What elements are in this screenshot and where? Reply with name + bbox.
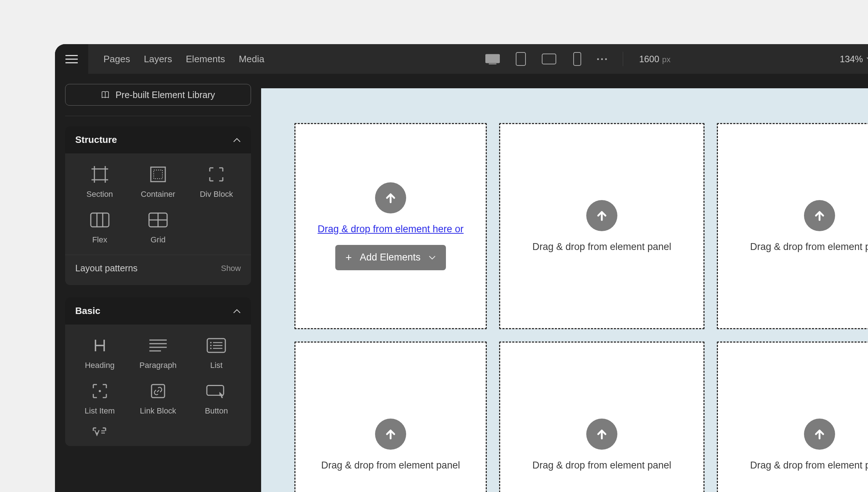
dropzone[interactable]: Drag & drop from element panel [499, 123, 705, 329]
flex-icon [90, 210, 110, 230]
element-heading[interactable]: Heading [72, 335, 127, 370]
device-switcher: 1600 px [484, 51, 671, 67]
dropzone[interactable]: Drag & drop from element panel [717, 342, 868, 492]
panel-structure-header[interactable]: Structure [65, 126, 251, 153]
element-paragraph[interactable]: Paragraph [131, 335, 185, 370]
tab-pages[interactable]: Pages [103, 54, 130, 65]
list-icon [206, 335, 226, 356]
dropzone-text: Drag & drop from element panel [532, 241, 671, 253]
container-icon [148, 164, 168, 184]
layout-patterns-row[interactable]: Layout patterns Show [65, 255, 251, 281]
panel-structure: Structure Section Container [65, 126, 251, 285]
divider [623, 52, 623, 66]
dropzone-text: Drag & drop from element panel [750, 460, 868, 471]
element-link-block[interactable]: Link Block [131, 381, 185, 416]
upload-icon [586, 419, 617, 450]
more-devices-button[interactable] [597, 58, 607, 60]
element-label: Flex [92, 235, 107, 245]
panel-basic: Basic Heading Paragraph [65, 297, 251, 446]
upload-icon [375, 182, 406, 213]
tab-layers[interactable]: Layers [144, 54, 172, 65]
plus-icon: + [345, 251, 352, 264]
chevron-down-icon [429, 255, 436, 260]
element-label: Grid [150, 235, 166, 245]
upload-icon [375, 419, 406, 450]
add-elements-button[interactable]: + Add Elements [335, 245, 446, 270]
element-grid[interactable]: Grid [131, 210, 185, 245]
svg-rect-5 [151, 167, 165, 182]
svg-rect-0 [485, 54, 500, 63]
element-library-button[interactable]: Pre-built Element Library [65, 84, 251, 106]
section-icon [90, 164, 110, 184]
panel-structure-title: Structure [75, 134, 117, 145]
book-icon [101, 90, 110, 99]
device-tablet-portrait[interactable] [512, 51, 529, 67]
device-mobile[interactable] [569, 51, 586, 67]
elements-sidebar: Pre-built Element Library Structure Sect… [55, 74, 261, 492]
element-button[interactable]: Button [189, 381, 244, 416]
svg-rect-6 [154, 170, 162, 179]
element-label: Button [205, 406, 228, 416]
tab-media[interactable]: Media [239, 54, 264, 65]
list-item-icon [90, 381, 110, 401]
grid-icon [148, 210, 168, 230]
element-flex[interactable]: Flex [72, 210, 127, 245]
svg-rect-7 [91, 213, 109, 227]
add-elements-label: Add Elements [360, 252, 421, 263]
nav-tabs: Pages Layers Elements Media [103, 54, 264, 65]
upload-icon [804, 419, 835, 450]
element-label: List Item [85, 406, 115, 416]
text-icon [90, 422, 110, 442]
element-list-item[interactable]: List Item [72, 381, 127, 416]
chevron-up-icon [233, 137, 241, 143]
upload-icon [586, 200, 617, 231]
dropzone[interactable]: Drag & drop from element panel [499, 342, 705, 492]
upload-icon [804, 200, 835, 231]
zoom-value: 134% [840, 54, 863, 64]
layout-patterns-show[interactable]: Show [221, 264, 241, 273]
menu-button[interactable] [55, 44, 88, 74]
element-label: Paragraph [140, 361, 177, 370]
paragraph-icon [148, 335, 168, 356]
chevron-down-icon [867, 57, 868, 61]
svg-point-13 [99, 390, 101, 392]
svg-rect-1 [489, 64, 496, 64]
element-container[interactable]: Container [131, 164, 185, 199]
app-window: Pages Layers Elements Media 1600 [55, 44, 868, 492]
tab-elements[interactable]: Elements [186, 54, 225, 65]
dropzone-link[interactable]: Drag & drop from element here or [318, 224, 464, 235]
dropzone-text: Drag & drop from element panel [532, 460, 671, 471]
element-label: Section [86, 190, 113, 199]
element-label: Div Block [200, 190, 233, 199]
canvas[interactable]: Drag & drop from element here or + Add E… [261, 88, 868, 492]
element-div-block[interactable]: Div Block [189, 164, 244, 199]
element-list[interactable]: List [189, 335, 244, 370]
canvas-width-unit: px [662, 55, 671, 64]
heading-icon [90, 335, 110, 356]
layout-patterns-label: Layout patterns [75, 263, 137, 273]
panel-basic-header[interactable]: Basic [65, 297, 251, 325]
dropzone-text: Drag & drop from element panel [321, 460, 460, 471]
zoom-control[interactable]: 134% [840, 54, 868, 64]
svg-point-12 [210, 348, 212, 349]
panel-basic-title: Basic [75, 305, 100, 317]
button-icon [206, 381, 226, 401]
element-extra[interactable] [72, 422, 127, 442]
canvas-width[interactable]: 1600 px [639, 54, 671, 64]
divider [65, 116, 251, 116]
element-section[interactable]: Section [72, 164, 127, 199]
device-tablet-landscape[interactable] [541, 51, 557, 67]
svg-point-10 [210, 342, 212, 343]
basic-grid-row-3 [65, 422, 251, 442]
dropzone[interactable]: Drag & drop from element panel [717, 123, 868, 329]
dropzone-primary[interactable]: Drag & drop from element here or + Add E… [294, 123, 487, 329]
canvas-width-value: 1600 [639, 54, 659, 64]
svg-rect-3 [542, 54, 556, 64]
element-library-label: Pre-built Element Library [115, 90, 215, 100]
device-desktop[interactable] [484, 51, 501, 67]
dropzone[interactable]: Drag & drop from element panel [294, 342, 487, 492]
basic-grid: Heading Paragraph List [65, 325, 251, 422]
chevron-up-icon [233, 309, 241, 314]
topbar: Pages Layers Elements Media 1600 [55, 44, 868, 74]
link-block-icon [148, 381, 168, 401]
